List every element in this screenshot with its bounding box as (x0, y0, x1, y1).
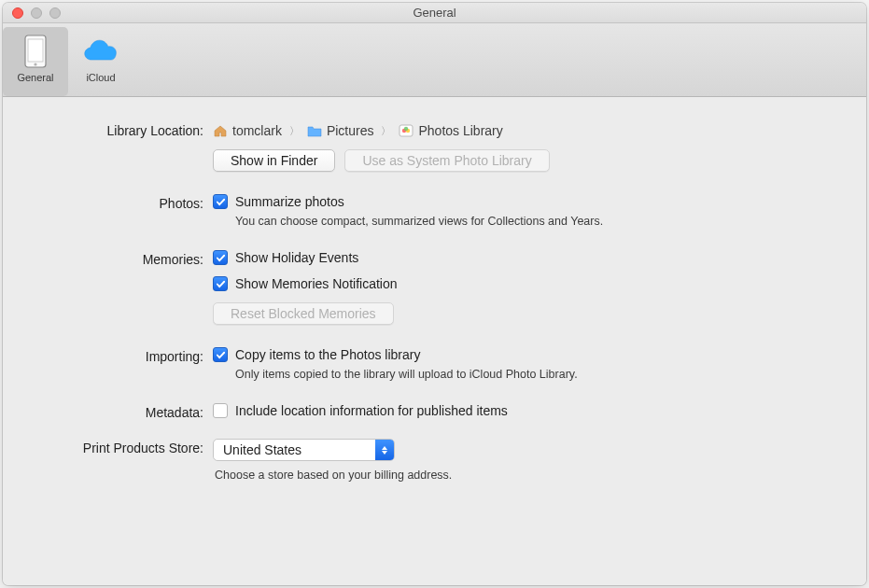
checkbox-unchecked-icon (213, 403, 228, 418)
metadata-section-label: Metadata: (40, 403, 213, 420)
icloud-icon (82, 33, 119, 70)
print-products-store-select[interactable]: United States (213, 439, 395, 461)
crumb-label: tomclark (232, 123, 282, 138)
checkbox-checked-icon (213, 194, 228, 209)
checkbox-label: Show Memories Notification (235, 276, 398, 291)
checkbox-label: Copy items to the Photos library (235, 347, 420, 362)
home-icon (213, 124, 228, 137)
reset-blocked-memories-button: Reset Blocked Memories (213, 302, 394, 325)
window-controls (3, 7, 61, 19)
use-as-system-library-button: Use as System Photo Library (344, 149, 549, 172)
photos-section-label: Photos: (40, 194, 213, 211)
zoom-button[interactable] (49, 7, 61, 19)
memories-section-label: Memories: (40, 250, 213, 267)
chevron-right-icon: 〉 (289, 124, 300, 138)
show-holiday-events-checkbox[interactable]: Show Holiday Events (213, 250, 829, 265)
copy-to-library-help: Only items copied to the library will up… (235, 368, 829, 381)
checkbox-label: Summarize photos (235, 194, 344, 209)
crumb-pictures[interactable]: Pictures (307, 123, 374, 138)
checkbox-checked-icon (213, 347, 228, 362)
pref-toolbar: General iCloud (3, 23, 866, 97)
summarize-photos-checkbox[interactable]: Summarize photos (213, 194, 829, 209)
general-device-icon (17, 33, 54, 70)
show-in-finder-button[interactable]: Show in Finder (213, 149, 335, 172)
store-help: Choose a store based on your billing add… (215, 469, 829, 482)
svg-rect-1 (28, 39, 43, 62)
crumb-library[interactable]: Photos Library (399, 123, 502, 138)
minimize-button[interactable] (31, 7, 42, 19)
library-location-path: tomclark 〉 Pictures 〉 (213, 121, 829, 138)
show-memories-notification-checkbox[interactable]: Show Memories Notification (213, 276, 829, 291)
crumb-label: Photos Library (418, 123, 502, 138)
tab-label: iCloud (86, 72, 115, 83)
select-value: United States (214, 442, 375, 457)
close-button[interactable] (12, 7, 23, 19)
select-arrows-icon (375, 440, 394, 460)
photos-icon (399, 124, 413, 137)
crumb-label: Pictures (327, 123, 374, 138)
include-location-checkbox[interactable]: Include location information for publish… (213, 403, 829, 418)
summarize-photos-help: You can choose compact, summarized views… (235, 215, 829, 228)
tab-label: General (17, 72, 53, 83)
library-location-label: Library Location: (40, 121, 213, 138)
chevron-right-icon: 〉 (381, 124, 391, 138)
pref-content: Library Location: tomclark 〉 (3, 97, 866, 585)
preferences-window: General General iCloud (3, 3, 866, 585)
copy-to-library-checkbox[interactable]: Copy items to the Photos library (213, 347, 829, 362)
crumb-home[interactable]: tomclark (213, 123, 282, 138)
titlebar: General (3, 3, 866, 23)
tab-general[interactable]: General (3, 27, 68, 96)
svg-point-6 (404, 127, 408, 131)
svg-point-2 (34, 63, 36, 65)
checkbox-label: Include location information for publish… (235, 403, 508, 418)
importing-section-label: Importing: (40, 347, 213, 364)
checkbox-checked-icon (213, 250, 228, 265)
checkbox-checked-icon (213, 276, 228, 291)
folder-icon (307, 124, 322, 137)
store-section-label: Print Products Store: (40, 439, 213, 455)
checkbox-label: Show Holiday Events (235, 250, 358, 265)
tab-icloud[interactable]: iCloud (68, 27, 133, 96)
window-title: General (3, 6, 866, 20)
